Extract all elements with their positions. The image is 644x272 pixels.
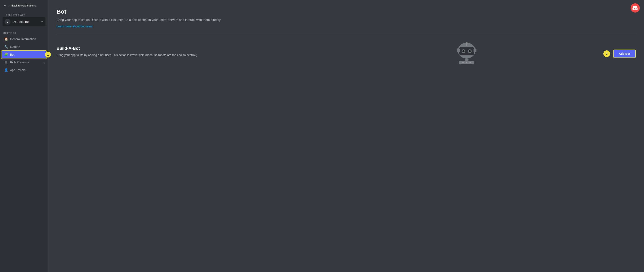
add-bot-button[interactable]: Add Bot <box>614 50 636 58</box>
puzzle-icon: 🧩 <box>4 53 8 56</box>
sidebar-item-label: Bot <box>10 53 14 56</box>
svg-point-5 <box>469 50 471 52</box>
chevron-right-icon: › <box>43 61 44 64</box>
bot-content: Build-A-Bot Bring your app to life by ad… <box>56 46 330 61</box>
svg-rect-9 <box>474 48 476 52</box>
build-a-bot-description: Bring your app to life by adding a bot u… <box>56 53 203 57</box>
discord-logo <box>630 3 640 12</box>
annotation-badge-1: 1 <box>45 52 51 57</box>
svg-point-12 <box>462 62 464 63</box>
sidebar: ← ← Back to Applications SELECTED APP D … <box>0 0 48 272</box>
discord-icon <box>632 6 638 10</box>
app-name: D++ Test Bot <box>12 20 39 23</box>
avatar: D <box>4 19 10 25</box>
sidebar-item-label: General Information <box>10 37 36 41</box>
back-arrow-icon: ← <box>3 4 6 7</box>
sidebar-item-label: OAuth2 <box>10 45 20 48</box>
robot-svg <box>453 40 480 67</box>
svg-rect-1 <box>459 47 474 55</box>
selected-app-label: SELECTED APP <box>2 12 46 17</box>
wrench-icon: 🔧 <box>4 45 8 49</box>
svg-point-14 <box>470 62 471 63</box>
sidebar-item-bot[interactable]: 🧩 Bot 1 <box>2 51 46 58</box>
svg-point-13 <box>466 62 467 63</box>
add-bot-area: 2 Add Bot <box>603 50 636 58</box>
sidebar-item-app-testers[interactable]: 👤 App Testers <box>2 66 46 74</box>
back-to-applications-link[interactable]: ← ← Back to Applications <box>0 0 48 10</box>
svg-rect-10 <box>465 59 468 61</box>
annotation-badge-2: 2 <box>603 50 610 57</box>
sidebar-item-general-information[interactable]: 🏠 General Information <box>2 35 46 43</box>
person-icon: 👤 <box>4 68 8 72</box>
page-title: Bot <box>56 8 636 15</box>
sidebar-item-label: App Testers <box>10 68 26 72</box>
settings-nav: 🏠 General Information 🔧 OAuth2 🧩 Bot 1 ▤… <box>0 35 48 74</box>
svg-rect-8 <box>457 48 460 52</box>
sidebar-item-oauth2[interactable]: 🔧 OAuth2 <box>2 43 46 51</box>
home-icon: 🏠 <box>4 37 8 41</box>
svg-rect-7 <box>466 43 467 46</box>
page-description: Bring your app to life on Discord with a… <box>56 17 245 22</box>
chevron-down-icon: ▼ <box>41 20 43 23</box>
svg-point-4 <box>462 50 464 52</box>
sidebar-item-rich-presence[interactable]: ▤ Rich Presence › <box>2 59 46 66</box>
sidebar-item-label: Rich Presence <box>10 61 29 64</box>
robot-illustration <box>330 40 603 67</box>
rich-presence-icon: ▤ <box>4 60 8 64</box>
app-selector[interactable]: D D++ Test Bot ▼ <box>2 17 46 26</box>
settings-label: SETTINGS <box>0 29 48 35</box>
selected-app-section: SELECTED APP D D++ Test Bot ▼ <box>0 10 48 29</box>
learn-more-link[interactable]: Learn more about bot users <box>56 25 92 28</box>
back-link-label: ← Back to Applications <box>8 4 36 7</box>
main-content: Bot Bring your app to life on Discord wi… <box>48 0 644 272</box>
build-a-bot-title: Build-A-Bot <box>56 46 330 51</box>
build-a-bot-section: Build-A-Bot Bring your app to life by ad… <box>56 40 636 67</box>
